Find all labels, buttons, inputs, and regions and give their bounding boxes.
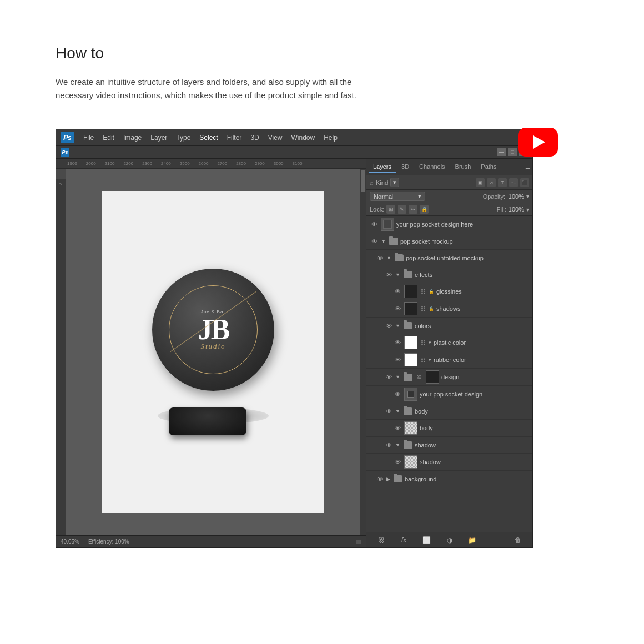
layer-visibility-eye[interactable]: 👁 [375, 254, 384, 263]
layer-background-folder[interactable]: 👁 ▶ background [366, 471, 532, 487]
folder-arrow[interactable]: ▼ [395, 323, 400, 329]
layer-body-folder[interactable]: 👁 ▼ body [366, 403, 532, 420]
filter-adjustments-icon[interactable]: ⊿ [487, 178, 496, 187]
ps-menu-view[interactable]: View [264, 133, 286, 143]
layer-name-effects: effects [415, 271, 529, 278]
layer-visibility-eye[interactable]: 👁 [370, 237, 379, 246]
layer-visibility-eye[interactable]: 👁 [393, 390, 402, 399]
layer-shadow-folder[interactable]: 👁 ▼ shadow [366, 437, 532, 454]
layer-visibility-eye[interactable]: 👁 [393, 304, 402, 313]
youtube-play-button[interactable] [518, 128, 558, 157]
ps-menu-filter[interactable]: Filter [223, 133, 246, 143]
layer-visibility-eye[interactable]: 👁 [384, 321, 393, 330]
new-group-icon[interactable]: 📁 [467, 535, 478, 546]
lock-artboard-icon[interactable]: ⇔ [409, 205, 417, 214]
layer-visibility-eye[interactable]: 👁 [384, 373, 393, 381]
layer-colors[interactable]: 👁 ▼ colors [366, 318, 532, 334]
layer-visibility-eye[interactable]: 👁 [393, 457, 402, 466]
lock-position-icon[interactable]: ✎ [398, 205, 406, 214]
link-layers-icon[interactable]: ⛓ [376, 535, 387, 546]
tab-paths[interactable]: Paths [476, 161, 501, 173]
layer-rubber-color[interactable]: 👁 ⛓ ▾ rubber color [366, 351, 532, 369]
layer-design-here[interactable]: 👁 your pop socket design here [366, 216, 532, 233]
layer-visibility-eye[interactable]: 👁 [384, 441, 393, 450]
ps-menu-type[interactable]: Type [172, 133, 194, 143]
layer-visibility-eye[interactable]: 👁 [375, 475, 384, 484]
delete-layer-icon[interactable]: 🗑 [512, 535, 524, 546]
tab-3d[interactable]: 3D [397, 161, 414, 173]
fx-icon[interactable]: fx [399, 535, 410, 546]
folder-arrow[interactable]: ▼ [395, 374, 400, 380]
folder-arrow[interactable]: ▼ [381, 239, 386, 244]
ps-menu-file[interactable]: File [79, 133, 98, 143]
ps-menu-edit[interactable]: Edit [99, 133, 118, 143]
layer-link-icon: ⛓ [420, 356, 426, 363]
tab-channels[interactable]: Channels [415, 161, 449, 173]
ps-opacity-slider-icon[interactable]: ▾ [526, 193, 529, 199]
ps-menu-select[interactable]: Select [195, 133, 222, 143]
layer-link-icon: ⛓ [420, 288, 426, 295]
folder-arrow[interactable]: ▼ [395, 442, 400, 448]
ps-minimize-btn[interactable]: — [497, 148, 506, 156]
ps-menu-image[interactable]: Image [119, 133, 145, 143]
folder-arrow[interactable]: ▼ [395, 272, 400, 278]
layer-name-body: body [420, 425, 529, 431]
layer-glossines[interactable]: 👁 ⛓ 🔒 glossines [366, 283, 532, 300]
layer-body[interactable]: 👁 body [366, 420, 532, 437]
tab-brush[interactable]: Brush [451, 161, 476, 173]
folder-arrow[interactable]: ▼ [395, 409, 400, 414]
lock-pixels-icon[interactable]: ⊞ [386, 205, 395, 214]
layer-your-design[interactable]: 👁 your pop socket design [366, 386, 532, 403]
ps-lock-row: Lock: ⊞ ✎ ⇔ 🔒 Fill: 100% ▾ [366, 203, 532, 216]
adjustment-icon[interactable]: ◑ [444, 535, 455, 546]
layer-thumbnail [404, 302, 417, 315]
layer-shadow[interactable]: 👁 shadow [366, 454, 532, 471]
filter-shape-icon[interactable]: ↑↓ [509, 178, 518, 187]
layer-thumbnail [404, 285, 417, 298]
layer-plastic-color[interactable]: 👁 ⛓ ▾ plastic color [366, 334, 532, 351]
layer-name-colors: colors [415, 323, 529, 329]
layer-shadows[interactable]: 👁 ⛓ 🔒 shadows [366, 300, 532, 318]
ps-canvas-white: Joe & Bar JB Studio [102, 191, 324, 513]
ps-hscroll-thumb[interactable] [356, 540, 361, 544]
ps-blend-mode-dropdown[interactable]: Normal ▾ [370, 192, 425, 201]
ps-statusbar: 40.05% Efficiency: 100% [56, 535, 366, 547]
tab-layers[interactable]: Layers [369, 161, 396, 173]
layer-effects[interactable]: 👁 ▼ effects [366, 266, 532, 283]
ps-canvas-scrollbar[interactable] [360, 169, 366, 535]
ps-menu-layer[interactable]: Layer [147, 133, 171, 143]
ps-menu-help[interactable]: Help [320, 133, 341, 143]
layer-visibility-eye[interactable]: 👁 [384, 407, 393, 416]
layer-thumbnail [404, 455, 417, 469]
folder-arrow[interactable]: ▶ [386, 476, 390, 482]
layer-link-icon: ⛓ [420, 339, 426, 346]
ps-canvas-scrollbar-thumb[interactable] [361, 170, 365, 192]
panel-options-icon[interactable]: ☰ [525, 164, 530, 170]
layer-visibility-eye[interactable]: 👁 [393, 355, 402, 364]
layer-pop-socket-mockup[interactable]: 👁 ▼ pop socket mockup [366, 233, 532, 250]
lock-all-icon[interactable]: 🔒 [420, 205, 429, 214]
ps-fill-value: 100% [509, 206, 524, 213]
layer-visibility-eye[interactable]: 👁 [370, 220, 379, 229]
layer-design-folder[interactable]: 👁 ▼ ⛓ design [366, 369, 532, 386]
layer-visibility-eye[interactable]: 👁 [393, 424, 402, 432]
ps-fill-slider-icon[interactable]: ▾ [526, 207, 529, 213]
add-mask-icon[interactable]: ⬜ [421, 535, 432, 546]
layer-visibility-eye[interactable]: 👁 [384, 270, 393, 279]
ps-maximize-btn[interactable]: □ [508, 148, 517, 156]
layer-visibility-eye[interactable]: 👁 [393, 287, 402, 296]
layer-unfolded-mockup[interactable]: 👁 ▼ pop socket unfolded mockup [366, 250, 532, 266]
filter-type-icon[interactable]: T [498, 178, 507, 187]
folder-icon [404, 441, 412, 449]
ps-kind-dropdown[interactable]: ▾ [390, 178, 399, 187]
layer-thumbnail [404, 336, 417, 349]
filter-smart-icon[interactable]: ⬛ [520, 178, 529, 187]
layer-thumbnail [381, 218, 394, 231]
ps-menu-3d[interactable]: 3D [246, 133, 263, 143]
ps-menu-window[interactable]: Window [288, 133, 319, 143]
layer-visibility-eye[interactable]: 👁 [393, 338, 402, 347]
filter-pixel-icon[interactable]: ▣ [476, 178, 485, 187]
layer-name-shadow-folder: shadow [415, 442, 529, 449]
folder-arrow[interactable]: ▼ [386, 255, 391, 261]
new-layer-icon[interactable]: + [490, 535, 501, 546]
